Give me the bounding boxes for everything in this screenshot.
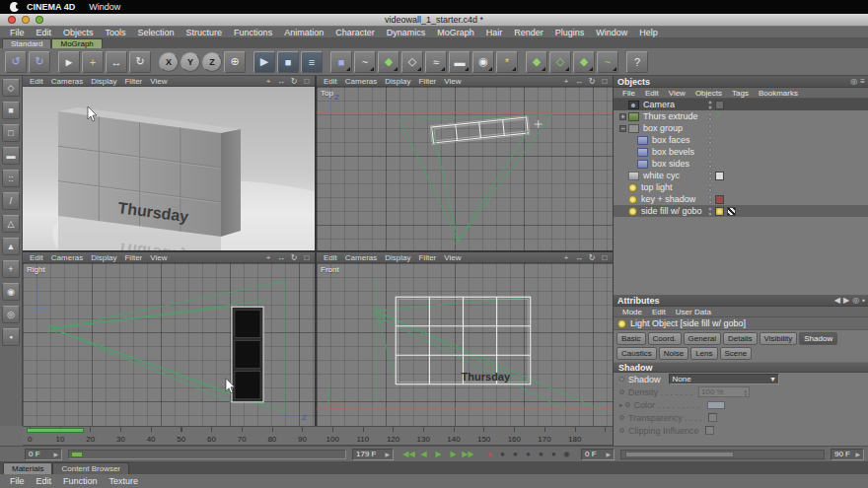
tab-basic[interactable]: Basic	[616, 332, 646, 345]
app-menu-item[interactable]: Functions	[228, 28, 278, 37]
attr-lock-icon[interactable]: ▪	[862, 296, 865, 305]
viewport-zoom-icon[interactable]: ↔	[574, 253, 584, 262]
attributes-menu-item[interactable]: Mode	[617, 308, 647, 316]
scale-tool-icon[interactable]: ↔	[106, 51, 127, 73]
add-environment-icon[interactable]: ▬	[449, 51, 470, 73]
viewport-zoom-icon[interactable]: ↔	[276, 77, 286, 86]
model-mode-icon[interactable]: ■	[2, 102, 20, 119]
front-canvas[interactable]: Front	[317, 263, 613, 426]
camera-tag-icon[interactable]	[715, 101, 724, 109]
viewport-zoom-icon[interactable]: ↔	[574, 77, 584, 86]
tab-shadow[interactable]: Shadow	[799, 332, 837, 345]
coordinate-system-icon[interactable]: ⊕	[224, 51, 246, 73]
viewport-menu-item[interactable]: Filter	[414, 253, 440, 262]
tab-scene[interactable]: Scene	[720, 347, 753, 360]
polygons-mode-icon[interactable]: △	[2, 215, 20, 233]
texture-mode-icon[interactable]: □	[2, 124, 20, 142]
mograph-tracer-icon[interactable]: ~	[597, 51, 618, 73]
objects-filter-icon[interactable]: ≡	[860, 77, 865, 86]
range-end-field[interactable]: 90 F ▶	[831, 449, 864, 460]
object-row-top-light[interactable]: top light	[614, 181, 868, 193]
autokey-toggle[interactable]: ◉	[560, 450, 573, 458]
spinner-icon[interactable]: ▶	[606, 451, 611, 457]
materials-menu-item[interactable]: File	[4, 476, 31, 486]
render-view-icon[interactable]: ▶	[253, 51, 275, 73]
enable-axis-icon[interactable]: +	[2, 260, 20, 278]
viewport-menu-item[interactable]: Cameras	[341, 77, 381, 86]
record-scale-toggle[interactable]: ●	[509, 450, 522, 458]
points-mode-icon[interactable]: ::	[2, 170, 20, 187]
tab-general[interactable]: General	[684, 332, 721, 345]
tab-content-browser[interactable]: Content Browser	[52, 462, 129, 474]
tab-visibility[interactable]: Visibility	[760, 332, 798, 345]
record-keyframe-button[interactable]: ●	[483, 450, 496, 458]
record-position-toggle[interactable]: ●	[496, 450, 509, 458]
viewport-menu-item[interactable]: View	[146, 253, 171, 262]
viewport-zoom-icon[interactable]: ↔	[276, 253, 286, 262]
live-selection-icon[interactable]: ►	[58, 51, 80, 73]
objects-menu-item[interactable]: File	[617, 89, 640, 98]
undo-icon[interactable]: ↺	[5, 51, 27, 73]
viewport-menu-item[interactable]: Cameras	[47, 253, 87, 262]
viewport-menu-item[interactable]: Filter	[120, 77, 146, 86]
viewport-menu-item[interactable]: Edit	[26, 77, 47, 86]
object-row-white-cyc[interactable]: white cyc	[614, 170, 868, 181]
viewport-rotate-icon[interactable]: ↻	[289, 253, 299, 262]
app-menu-item[interactable]: Edit	[31, 28, 58, 37]
visibility-toggles[interactable]	[708, 207, 712, 216]
object-row-key-shadow[interactable]: key + shadow	[614, 193, 868, 205]
viewport-menu-item[interactable]: Edit	[320, 77, 341, 86]
viewport-menu-item[interactable]: View	[440, 77, 465, 86]
app-menu-item[interactable]: Render	[508, 28, 549, 37]
viewport-menu-item[interactable]: Filter	[120, 253, 146, 262]
expand-icon[interactable]: +	[619, 113, 626, 120]
enabled-check-icon[interactable]: ✓	[715, 112, 722, 120]
gobo-texture-tag-icon[interactable]	[727, 207, 736, 216]
viewport-menu-item[interactable]: Cameras	[341, 253, 381, 262]
light-tag-icon[interactable]	[715, 207, 724, 216]
app-menu-item[interactable]: Plugins	[549, 28, 591, 37]
object-label[interactable]: side fill w/ gobo	[641, 206, 702, 216]
render-picture-viewer-icon[interactable]: ■	[277, 51, 299, 73]
texture-tag-icon[interactable]	[715, 172, 724, 180]
viewport-menu-item[interactable]: Display	[381, 253, 414, 262]
layout-tab-mograph[interactable]: MoGraph	[51, 38, 102, 48]
attr-back-icon[interactable]: ◀	[834, 296, 840, 305]
anim-dot-icon[interactable]	[619, 377, 624, 382]
snap-settings-icon[interactable]: ◎	[2, 306, 20, 323]
add-deformer-icon[interactable]: ≈	[425, 51, 447, 73]
window-titlebar[interactable]: videowall_1_starter.c4d *	[0, 14, 868, 27]
viewport-rotate-icon[interactable]: ↻	[289, 77, 299, 86]
viewport-menu-item[interactable]: View	[440, 253, 465, 262]
add-nurbs-icon[interactable]: ◆	[378, 51, 399, 73]
locked-workplane-icon[interactable]: ▪	[2, 328, 20, 346]
lock-z-axis-icon[interactable]: Z	[202, 52, 222, 72]
app-menu-item[interactable]: Help	[633, 28, 664, 37]
attr-forward-icon[interactable]: ▶	[843, 296, 849, 305]
object-label[interactable]: box group	[643, 123, 683, 133]
workplane-mode-icon[interactable]: ▬	[2, 147, 20, 165]
add-camera-icon[interactable]: ◉	[472, 51, 494, 73]
viewport-menu-item[interactable]: Edit	[320, 253, 341, 262]
powerslider-track[interactable]	[68, 450, 346, 459]
object-label[interactable]: Thurs extrude	[643, 111, 698, 121]
make-editable-icon[interactable]: ◇	[2, 79, 20, 97]
spinner-icon[interactable]: ▶	[385, 451, 390, 457]
mac-app-name[interactable]: CINEMA 4D	[27, 2, 75, 12]
viewport-rotate-icon[interactable]: ↻	[587, 253, 597, 262]
viewport-menu-item[interactable]: Filter	[414, 77, 440, 86]
right-canvas[interactable]: Right	[23, 263, 315, 426]
record-parameter-toggle[interactable]: ●	[535, 450, 547, 458]
app-menu-item[interactable]: Selection	[132, 28, 181, 37]
top-canvas[interactable]: Top Z	[317, 87, 613, 250]
rotate-tool-icon[interactable]: ↻	[129, 51, 151, 73]
goto-start-button[interactable]: ◀◀	[401, 450, 416, 458]
objects-panel-header[interactable]: Objects ◎ ≡	[614, 76, 868, 88]
end-frame-field[interactable]: 179 F ▶	[352, 449, 394, 460]
objects-menu-item[interactable]: View	[664, 89, 690, 98]
objects-menu-item[interactable]: Bookmarks	[754, 89, 803, 98]
attributes-menu-item[interactable]: Edit	[647, 308, 671, 316]
mac-menu-window[interactable]: Window	[89, 2, 120, 12]
tab-details[interactable]: Details	[723, 332, 757, 345]
objects-menu-item[interactable]: Tags	[727, 89, 754, 98]
